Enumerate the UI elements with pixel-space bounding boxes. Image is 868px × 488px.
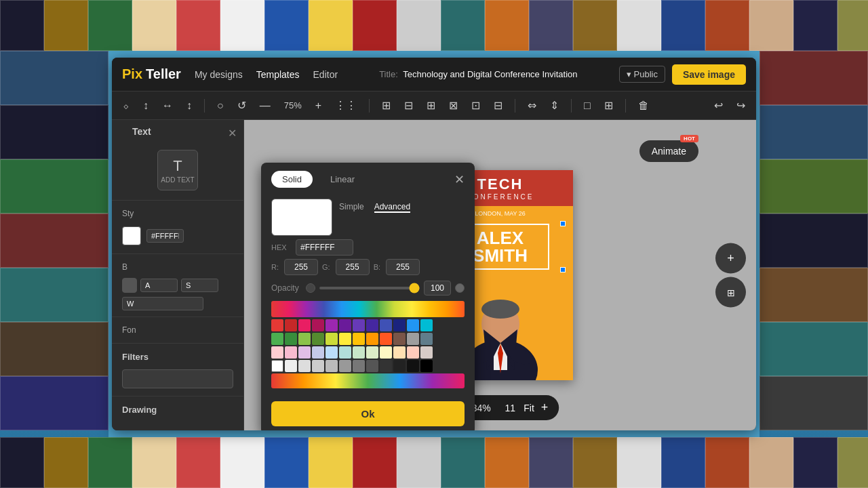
linear-tab[interactable]: Linear (319, 171, 366, 188)
swatch[interactable] (380, 319, 392, 331)
close-panel-button[interactable]: ✕ (228, 127, 237, 140)
reset-rotate-tool[interactable]: ↺ (233, 96, 250, 115)
swatch[interactable] (298, 346, 311, 359)
swatch[interactable] (271, 360, 283, 372)
swatch[interactable] (285, 360, 297, 372)
align-center-tool[interactable]: ⊟ (400, 96, 417, 115)
align-bottom-tool[interactable]: ⊟ (490, 96, 507, 115)
hex-input[interactable] (296, 239, 353, 256)
rotate-tool[interactable]: ○ (213, 97, 228, 115)
swatch[interactable] (326, 333, 338, 345)
swatch[interactable] (339, 346, 351, 359)
g-input[interactable] (336, 259, 370, 275)
align-middle-tool[interactable]: ⊡ (467, 96, 484, 115)
align-top-tool[interactable]: ⊠ (445, 96, 462, 115)
border-color-swatch[interactable] (122, 278, 137, 293)
align-left-tool[interactable]: ⊞ (378, 96, 395, 115)
delete-tool[interactable]: 🗑 (634, 97, 653, 115)
opacity-slider[interactable] (319, 287, 420, 289)
color-text-input[interactable] (146, 229, 184, 243)
group-tool[interactable]: □ (580, 97, 595, 115)
swatch[interactable] (326, 319, 338, 331)
swatch[interactable] (271, 333, 283, 345)
swatch[interactable] (407, 319, 419, 331)
swatch[interactable] (312, 360, 324, 372)
shape-tool[interactable]: ⬦ (119, 97, 134, 115)
solid-tab[interactable]: Solid (271, 171, 313, 188)
visibility-button[interactable]: ▾ Public (619, 66, 665, 83)
swatch[interactable] (298, 319, 311, 331)
swatch[interactable] (366, 333, 378, 345)
flip-horiz-tool[interactable]: ⇔ (524, 96, 540, 115)
swatch[interactable] (326, 360, 338, 372)
swatch[interactable] (380, 333, 392, 345)
swatch[interactable] (285, 333, 297, 345)
swatch[interactable] (366, 360, 378, 372)
color-swatch-white[interactable] (122, 226, 141, 245)
swatch[interactable] (312, 333, 324, 345)
align-right-tool[interactable]: ⊞ (422, 96, 439, 115)
swatch[interactable] (339, 360, 351, 372)
zoom-out-tool[interactable]: — (256, 97, 275, 115)
swatch[interactable] (271, 319, 283, 331)
simple-label[interactable]: Simple (339, 202, 364, 213)
swatch[interactable] (285, 346, 297, 359)
swatch[interactable] (393, 333, 406, 345)
swatch[interactable] (312, 346, 324, 359)
move-vert-tool[interactable]: ↕ (182, 97, 196, 115)
border-style-input[interactable] (181, 279, 218, 292)
b-input[interactable] (386, 259, 420, 275)
redo-tool[interactable]: ↪ (732, 96, 749, 115)
ungroup-tool[interactable]: ⊞ (600, 96, 617, 115)
swatch[interactable] (298, 333, 311, 345)
swatch[interactable] (407, 346, 419, 359)
swatch[interactable] (353, 360, 365, 372)
nav-editor[interactable]: Editor (313, 69, 338, 80)
border-width-input[interactable] (122, 297, 203, 310)
animate-button[interactable]: Animate HOT (639, 140, 698, 162)
nav-my-designs[interactable]: My designs (195, 69, 243, 80)
swatch[interactable] (420, 319, 433, 331)
ok-button[interactable]: Ok (271, 401, 465, 426)
swatch[interactable] (285, 319, 297, 331)
swatch[interactable] (380, 360, 392, 372)
swatch[interactable] (271, 346, 283, 359)
selection-handle-tr[interactable] (560, 221, 566, 226)
swatch[interactable] (407, 333, 419, 345)
opacity-value-input[interactable] (424, 281, 451, 296)
layers-button[interactable]: ⊞ (715, 277, 746, 308)
filters-control[interactable] (122, 369, 233, 388)
add-element-button[interactable]: + (715, 243, 746, 274)
swatch[interactable] (407, 360, 419, 372)
fit-button[interactable]: Fit (524, 403, 534, 413)
swatch[interactable] (393, 319, 406, 331)
swatch[interactable] (298, 360, 311, 372)
swatch[interactable] (366, 319, 378, 331)
selection-handle-br[interactable] (560, 267, 566, 272)
swatch[interactable] (353, 346, 365, 359)
flip-vert-tool[interactable]: ⇕ (546, 96, 563, 115)
opacity-toggle[interactable] (306, 283, 315, 293)
color-preview-box[interactable] (271, 199, 332, 236)
r-input[interactable] (284, 259, 318, 275)
rainbow-swatch[interactable] (271, 301, 465, 317)
swatch[interactable] (339, 333, 351, 345)
swatch[interactable] (393, 360, 406, 372)
swatch[interactable] (326, 346, 338, 359)
swatch[interactable] (420, 346, 433, 359)
zoom-in-tool[interactable]: + (311, 97, 326, 115)
swatch[interactable] (366, 346, 378, 359)
advanced-label[interactable]: Advanced (374, 202, 410, 213)
dialog-close-button[interactable]: ✕ (454, 172, 465, 187)
opacity-info[interactable] (455, 283, 465, 293)
swatch[interactable] (420, 333, 433, 345)
nav-templates[interactable]: Templates (256, 69, 300, 80)
undo-tool[interactable]: ↩ (710, 96, 727, 115)
swatch[interactable] (312, 319, 324, 331)
save-image-button[interactable]: Save image (672, 64, 746, 85)
move-up-tool[interactable]: ↕ (139, 97, 153, 115)
move-horiz-tool[interactable]: ↔ (158, 97, 177, 115)
swatch[interactable] (353, 319, 365, 331)
swatch[interactable] (393, 346, 406, 359)
border-size-input[interactable] (140, 279, 178, 292)
